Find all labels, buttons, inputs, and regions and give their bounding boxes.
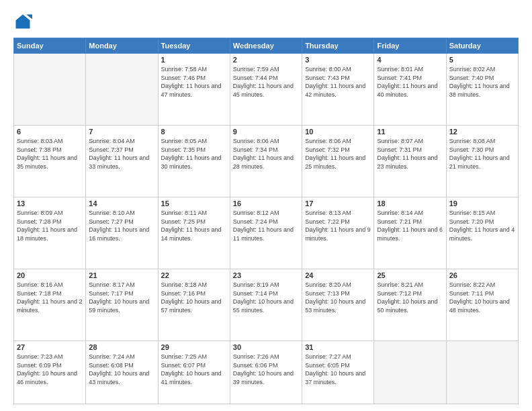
day-info: Sunrise: 7:58 AM Sunset: 7:46 PM Dayligh… bbox=[161, 65, 227, 99]
calendar-day-cell: 12Sunrise: 8:08 AM Sunset: 7:30 PM Dayli… bbox=[446, 126, 518, 197]
day-number: 30 bbox=[233, 343, 299, 351]
day-info: Sunrise: 8:16 AM Sunset: 7:18 PM Dayligh… bbox=[17, 281, 83, 314]
calendar-week-row: 6Sunrise: 8:03 AM Sunset: 7:38 PM Daylig… bbox=[14, 126, 519, 197]
day-number: 27 bbox=[17, 343, 83, 351]
day-number: 9 bbox=[233, 128, 299, 136]
calendar-day-cell: 22Sunrise: 8:18 AM Sunset: 7:16 PM Dayli… bbox=[158, 269, 230, 341]
day-info: Sunrise: 8:03 AM Sunset: 7:38 PM Dayligh… bbox=[17, 137, 83, 171]
weekday-header-tuesday: Tuesday bbox=[158, 38, 230, 54]
calendar-day-cell bbox=[86, 54, 158, 126]
calendar-day-cell: 18Sunrise: 8:14 AM Sunset: 7:21 PM Dayli… bbox=[374, 197, 446, 269]
day-info: Sunrise: 7:25 AM Sunset: 6:07 PM Dayligh… bbox=[161, 353, 227, 386]
calendar-day-cell: 8Sunrise: 8:05 AM Sunset: 7:35 PM Daylig… bbox=[158, 126, 230, 197]
calendar-day-cell: 24Sunrise: 8:20 AM Sunset: 7:13 PM Dayli… bbox=[302, 269, 374, 341]
day-info: Sunrise: 8:17 AM Sunset: 7:17 PM Dayligh… bbox=[89, 281, 154, 314]
calendar-table: SundayMondayTuesdayWednesdayThursdayFrid… bbox=[13, 38, 519, 404]
calendar-week-row: 13Sunrise: 8:09 AM Sunset: 7:28 PM Dayli… bbox=[14, 197, 519, 269]
weekday-header-saturday: Saturday bbox=[446, 38, 518, 54]
day-info: Sunrise: 8:00 AM Sunset: 7:43 PM Dayligh… bbox=[305, 65, 371, 99]
logo bbox=[13, 12, 35, 31]
day-info: Sunrise: 7:23 AM Sunset: 6:09 PM Dayligh… bbox=[17, 353, 83, 386]
calendar-day-cell: 6Sunrise: 8:03 AM Sunset: 7:38 PM Daylig… bbox=[14, 126, 86, 197]
calendar-day-cell: 10Sunrise: 8:06 AM Sunset: 7:32 PM Dayli… bbox=[302, 126, 374, 197]
day-info: Sunrise: 8:08 AM Sunset: 7:30 PM Dayligh… bbox=[449, 137, 515, 171]
calendar-day-cell: 25Sunrise: 8:21 AM Sunset: 7:12 PM Dayli… bbox=[374, 269, 446, 341]
weekday-header-friday: Friday bbox=[374, 38, 446, 54]
calendar-week-row: 27Sunrise: 7:23 AM Sunset: 6:09 PM Dayli… bbox=[14, 341, 519, 404]
calendar-day-cell: 29Sunrise: 7:25 AM Sunset: 6:07 PM Dayli… bbox=[158, 341, 230, 404]
day-number: 11 bbox=[377, 128, 443, 136]
day-info: Sunrise: 8:21 AM Sunset: 7:12 PM Dayligh… bbox=[377, 281, 443, 314]
weekday-header-thursday: Thursday bbox=[302, 38, 374, 54]
calendar-day-cell: 26Sunrise: 8:22 AM Sunset: 7:11 PM Dayli… bbox=[446, 269, 518, 341]
calendar-day-cell bbox=[374, 341, 446, 404]
calendar-day-cell bbox=[446, 341, 518, 404]
day-number: 25 bbox=[377, 271, 443, 279]
day-number: 10 bbox=[305, 128, 371, 136]
day-number: 23 bbox=[233, 271, 299, 279]
calendar-day-cell: 27Sunrise: 7:23 AM Sunset: 6:09 PM Dayli… bbox=[14, 341, 86, 404]
calendar-day-cell: 15Sunrise: 8:11 AM Sunset: 7:25 PM Dayli… bbox=[158, 197, 230, 269]
day-info: Sunrise: 8:04 AM Sunset: 7:37 PM Dayligh… bbox=[89, 137, 154, 171]
day-number: 8 bbox=[161, 128, 227, 136]
day-number: 6 bbox=[17, 128, 83, 136]
day-number: 4 bbox=[377, 56, 443, 64]
day-info: Sunrise: 8:06 AM Sunset: 7:34 PM Dayligh… bbox=[233, 137, 299, 171]
day-number: 26 bbox=[449, 271, 515, 279]
calendar-day-cell: 17Sunrise: 8:13 AM Sunset: 7:22 PM Dayli… bbox=[302, 197, 374, 269]
svg-marker-0 bbox=[16, 15, 30, 29]
day-number: 21 bbox=[89, 271, 154, 279]
calendar-day-cell: 4Sunrise: 8:01 AM Sunset: 7:41 PM Daylig… bbox=[374, 54, 446, 126]
day-number: 5 bbox=[449, 56, 515, 64]
calendar-day-cell: 23Sunrise: 8:19 AM Sunset: 7:14 PM Dayli… bbox=[230, 269, 302, 341]
calendar-day-cell: 19Sunrise: 8:15 AM Sunset: 7:20 PM Dayli… bbox=[446, 197, 518, 269]
day-number: 13 bbox=[17, 199, 83, 208]
calendar-day-cell: 14Sunrise: 8:10 AM Sunset: 7:27 PM Dayli… bbox=[86, 197, 158, 269]
day-info: Sunrise: 8:06 AM Sunset: 7:32 PM Dayligh… bbox=[305, 137, 371, 171]
day-info: Sunrise: 8:18 AM Sunset: 7:16 PM Dayligh… bbox=[161, 281, 227, 314]
day-info: Sunrise: 7:26 AM Sunset: 6:06 PM Dayligh… bbox=[233, 353, 299, 386]
day-number: 19 bbox=[449, 199, 515, 208]
day-number: 31 bbox=[305, 343, 371, 351]
calendar-day-cell: 20Sunrise: 8:16 AM Sunset: 7:18 PM Dayli… bbox=[14, 269, 86, 341]
day-info: Sunrise: 8:01 AM Sunset: 7:41 PM Dayligh… bbox=[377, 65, 443, 99]
day-number: 18 bbox=[377, 199, 443, 208]
day-info: Sunrise: 8:12 AM Sunset: 7:24 PM Dayligh… bbox=[233, 209, 299, 242]
calendar-day-cell: 13Sunrise: 8:09 AM Sunset: 7:28 PM Dayli… bbox=[14, 197, 86, 269]
day-info: Sunrise: 8:10 AM Sunset: 7:27 PM Dayligh… bbox=[89, 209, 154, 242]
weekday-header-sunday: Sunday bbox=[14, 38, 86, 54]
day-info: Sunrise: 7:24 AM Sunset: 6:08 PM Dayligh… bbox=[89, 353, 154, 386]
day-number: 20 bbox=[17, 271, 83, 279]
day-number: 17 bbox=[305, 199, 371, 208]
day-info: Sunrise: 8:14 AM Sunset: 7:21 PM Dayligh… bbox=[377, 209, 443, 242]
day-info: Sunrise: 7:59 AM Sunset: 7:44 PM Dayligh… bbox=[233, 65, 299, 99]
calendar-day-cell: 11Sunrise: 8:07 AM Sunset: 7:31 PM Dayli… bbox=[374, 126, 446, 197]
day-info: Sunrise: 8:11 AM Sunset: 7:25 PM Dayligh… bbox=[161, 209, 227, 242]
calendar-day-cell: 31Sunrise: 7:27 AM Sunset: 6:05 PM Dayli… bbox=[302, 341, 374, 404]
header bbox=[13, 12, 519, 31]
calendar-day-cell: 7Sunrise: 8:04 AM Sunset: 7:37 PM Daylig… bbox=[86, 126, 158, 197]
page: SundayMondayTuesdayWednesdayThursdayFrid… bbox=[0, 0, 532, 411]
calendar-day-cell: 2Sunrise: 7:59 AM Sunset: 7:44 PM Daylig… bbox=[230, 54, 302, 126]
calendar-day-cell: 1Sunrise: 7:58 AM Sunset: 7:46 PM Daylig… bbox=[158, 54, 230, 126]
calendar-day-cell: 28Sunrise: 7:24 AM Sunset: 6:08 PM Dayli… bbox=[86, 341, 158, 404]
calendar-week-row: 20Sunrise: 8:16 AM Sunset: 7:18 PM Dayli… bbox=[14, 269, 519, 341]
day-info: Sunrise: 8:22 AM Sunset: 7:11 PM Dayligh… bbox=[449, 281, 515, 314]
day-info: Sunrise: 8:19 AM Sunset: 7:14 PM Dayligh… bbox=[233, 281, 299, 314]
day-number: 22 bbox=[161, 271, 227, 279]
weekday-header-wednesday: Wednesday bbox=[230, 38, 302, 54]
day-info: Sunrise: 8:05 AM Sunset: 7:35 PM Dayligh… bbox=[161, 137, 227, 171]
day-number: 7 bbox=[89, 128, 154, 136]
day-number: 3 bbox=[305, 56, 371, 64]
day-number: 12 bbox=[449, 128, 515, 136]
day-info: Sunrise: 8:09 AM Sunset: 7:28 PM Dayligh… bbox=[17, 209, 83, 242]
day-number: 14 bbox=[89, 199, 154, 208]
calendar-day-cell bbox=[14, 54, 86, 126]
day-info: Sunrise: 8:13 AM Sunset: 7:22 PM Dayligh… bbox=[305, 209, 371, 242]
calendar-day-cell: 9Sunrise: 8:06 AM Sunset: 7:34 PM Daylig… bbox=[230, 126, 302, 197]
calendar-day-cell: 3Sunrise: 8:00 AM Sunset: 7:43 PM Daylig… bbox=[302, 54, 374, 126]
day-number: 29 bbox=[161, 343, 227, 351]
day-info: Sunrise: 7:27 AM Sunset: 6:05 PM Dayligh… bbox=[305, 353, 371, 386]
day-number: 2 bbox=[233, 56, 299, 64]
logo-icon bbox=[13, 12, 32, 31]
